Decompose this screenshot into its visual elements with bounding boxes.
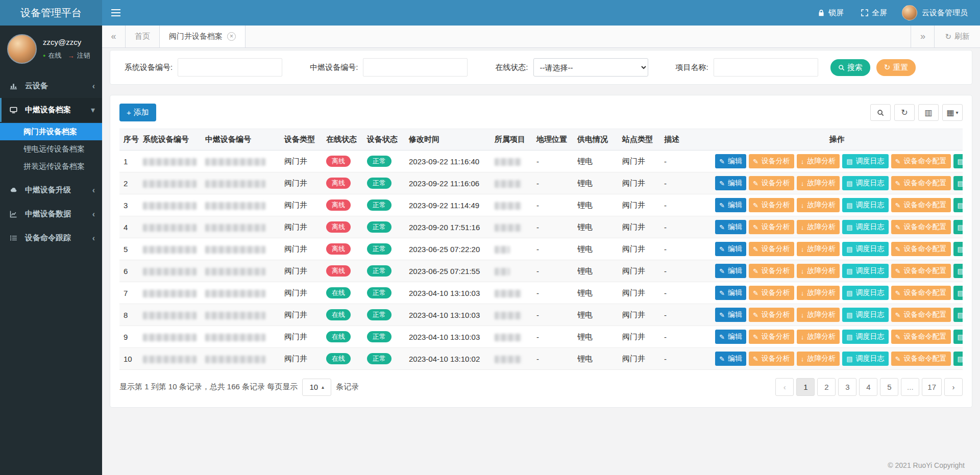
sidebar-menu-1[interactable]: 中燃设备档案▾ <box>0 98 102 122</box>
action-device-info-button[interactable]: ▤设备信息 <box>953 198 963 212</box>
action-fault-analysis-button[interactable]: ↓故障分析 <box>797 352 840 366</box>
action-fault-analysis-button[interactable]: ↓故障分析 <box>797 242 840 256</box>
sidebar-subitem-1-0[interactable]: 阀门井设备档案 <box>0 123 102 140</box>
action-device-analysis-button[interactable]: ✎设备分析 <box>749 286 794 300</box>
action-device-command-config-button[interactable]: ✎设备命令配置 <box>891 264 951 278</box>
action-device-analysis-button[interactable]: ✎设备分析 <box>749 308 794 322</box>
action-device-analysis-button[interactable]: ✎设备分析 <box>749 154 794 168</box>
user-menu[interactable]: 云设备管理员 <box>896 0 980 26</box>
action-device-analysis-button[interactable]: ✎设备分析 <box>749 242 794 256</box>
tab-close-icon[interactable]: × <box>227 32 236 41</box>
search-field-input-0[interactable] <box>178 58 282 77</box>
action-dispatch-log-button[interactable]: ▤调度日志 <box>842 264 888 278</box>
tabs-scroll-left-button[interactable]: « <box>102 26 126 47</box>
action-device-analysis-button[interactable]: ✎设备分析 <box>749 220 794 234</box>
action-dispatch-log-button[interactable]: ▤调度日志 <box>842 198 888 212</box>
tab-home[interactable]: 首页 <box>126 26 160 47</box>
page-1-button[interactable]: 1 <box>796 378 815 396</box>
page-3-button[interactable]: 3 <box>838 378 856 396</box>
action-device-command-config-button[interactable]: ✎设备命令配置 <box>891 176 951 190</box>
action-device-command-config-button[interactable]: ✎设备命令配置 <box>891 330 951 344</box>
sidebar-menu-0[interactable]: 云设备‹ <box>0 74 102 98</box>
action-edit-button[interactable]: ✎编辑 <box>715 154 746 168</box>
action-dispatch-log-button[interactable]: ▤调度日志 <box>842 176 888 190</box>
page-2-button[interactable]: 2 <box>817 378 836 396</box>
action-edit-button[interactable]: ✎编辑 <box>715 176 746 190</box>
page-prev-button[interactable]: ‹ <box>775 378 794 396</box>
search-button[interactable]: 搜索 <box>830 59 870 76</box>
table-columns-button[interactable]: ▦ ▾ <box>942 104 963 121</box>
action-fault-analysis-button[interactable]: ↓故障分析 <box>797 198 840 212</box>
sidebar-subitem-1-1[interactable]: 锂电远传设备档案 <box>0 140 102 158</box>
action-edit-button[interactable]: ✎编辑 <box>715 242 746 256</box>
action-device-info-button[interactable]: ▤设备信息 <box>953 220 963 234</box>
action-device-command-config-button[interactable]: ✎设备命令配置 <box>891 198 951 212</box>
action-device-analysis-button[interactable]: ✎设备分析 <box>749 330 794 344</box>
action-device-info-button[interactable]: ▤设备信息 <box>953 264 963 278</box>
action-fault-analysis-button[interactable]: ↓故障分析 <box>797 308 840 322</box>
action-device-command-config-button[interactable]: ✎设备命令配置 <box>891 154 951 168</box>
tab-refresh-button[interactable]: ↻ 刷新 <box>934 26 980 47</box>
sidebar-subitem-1-2[interactable]: 拼装远传设备档案 <box>0 158 102 175</box>
cell-system-id <box>139 282 201 304</box>
action-device-info-button[interactable]: ▤设备信息 <box>953 242 963 256</box>
sidebar-menu-2[interactable]: 中燃设备升级‹ <box>0 178 102 202</box>
action-fault-analysis-button[interactable]: ↓故障分析 <box>797 286 840 300</box>
page-4-button[interactable]: 4 <box>859 378 877 396</box>
search-field-input-3[interactable] <box>714 58 818 77</box>
action-device-command-config-button[interactable]: ✎设备命令配置 <box>891 242 951 256</box>
search-field-input-1[interactable] <box>363 58 468 77</box>
online-status-select[interactable]: --请选择-- <box>533 58 648 77</box>
action-edit-button[interactable]: ✎编辑 <box>715 198 746 212</box>
action-device-analysis-button[interactable]: ✎设备分析 <box>749 264 794 278</box>
action-device-info-button[interactable]: ▤设备信息 <box>953 308 963 322</box>
action-fault-analysis-button[interactable]: ↓故障分析 <box>797 330 840 344</box>
page-size-dropdown[interactable]: 10 ▴ <box>302 379 331 396</box>
action-device-command-config-button[interactable]: ✎设备命令配置 <box>891 352 951 366</box>
action-edit-button[interactable]: ✎编辑 <box>715 264 746 278</box>
action-device-command-config-button[interactable]: ✎设备命令配置 <box>891 220 951 234</box>
action-device-info-button[interactable]: ▤设备信息 <box>953 330 963 344</box>
action-fault-analysis-button[interactable]: ↓故障分析 <box>797 264 840 278</box>
action-device-analysis-button[interactable]: ✎设备分析 <box>749 176 794 190</box>
action-device-info-button[interactable]: ▤设备信息 <box>953 154 963 168</box>
action-fault-analysis-button[interactable]: ↓故障分析 <box>797 154 840 168</box>
sidebar-menu-3[interactable]: 中燃设备数据‹ <box>0 202 102 226</box>
action-device-info-button[interactable]: ▤设备信息 <box>953 352 963 366</box>
fullscreen-button[interactable]: 全屏 <box>852 0 896 26</box>
page-next-button[interactable]: › <box>944 378 963 396</box>
table-search-button[interactable] <box>870 104 891 121</box>
action-fault-analysis-button[interactable]: ↓故障分析 <box>797 176 840 190</box>
action-dispatch-log-button[interactable]: ▤调度日志 <box>842 220 888 234</box>
action-dispatch-log-button[interactable]: ▤调度日志 <box>842 330 888 344</box>
action-fault-analysis-button[interactable]: ↓故障分析 <box>797 220 840 234</box>
reset-button[interactable]: ↻ 重置 <box>876 59 916 76</box>
action-edit-button[interactable]: ✎编辑 <box>715 308 746 322</box>
action-device-analysis-button[interactable]: ✎设备分析 <box>749 352 794 366</box>
action-device-command-config-button[interactable]: ✎设备命令配置 <box>891 308 951 322</box>
sidebar-toggle-button[interactable] <box>102 0 130 26</box>
action-edit-button[interactable]: ✎编辑 <box>715 352 746 366</box>
action-dispatch-log-button[interactable]: ▤调度日志 <box>842 154 888 168</box>
action-dispatch-log-button[interactable]: ▤调度日志 <box>842 352 888 366</box>
sidebar-menu-4[interactable]: 设备命令跟踪‹ <box>0 226 102 250</box>
page-5-button[interactable]: 5 <box>880 378 898 396</box>
lock-screen-button[interactable]: 锁屏 <box>809 0 852 26</box>
action-dispatch-log-button[interactable]: ▤调度日志 <box>842 242 888 256</box>
tab-valve-well-archive[interactable]: 阀门井设备档案 × <box>160 26 246 47</box>
action-device-info-button[interactable]: ▤设备信息 <box>953 176 963 190</box>
action-dispatch-log-button[interactable]: ▤调度日志 <box>842 308 888 322</box>
action-device-command-config-button[interactable]: ✎设备命令配置 <box>891 286 951 300</box>
logout-link[interactable]: 注销 <box>77 51 90 60</box>
tabs-scroll-right-button[interactable]: » <box>911 26 934 47</box>
add-button[interactable]: + 添加 <box>119 104 156 121</box>
action-edit-button[interactable]: ✎编辑 <box>715 220 746 234</box>
table-refresh-button[interactable]: ↻ <box>894 104 915 121</box>
action-device-info-button[interactable]: ▤设备信息 <box>953 286 963 300</box>
action-device-analysis-button[interactable]: ✎设备分析 <box>749 198 794 212</box>
table-toggle-view-button[interactable]: ▥ <box>918 104 939 121</box>
action-edit-button[interactable]: ✎编辑 <box>715 286 746 300</box>
action-dispatch-log-button[interactable]: ▤调度日志 <box>842 286 888 300</box>
page-17-button[interactable]: 17 <box>922 378 942 396</box>
action-edit-button[interactable]: ✎编辑 <box>715 330 746 344</box>
